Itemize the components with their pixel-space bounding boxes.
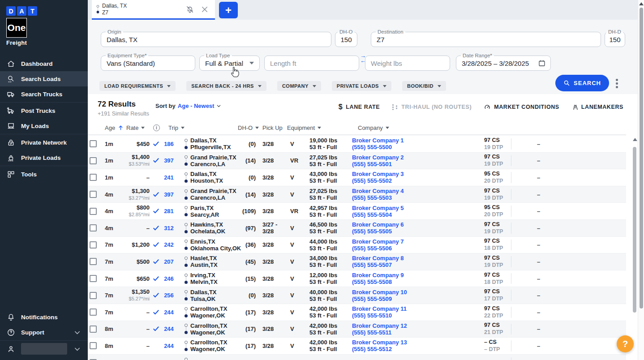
column-header-dho[interactable]: DH-O (238, 124, 259, 131)
company-link[interactable]: Broker Company 12 (352, 322, 484, 329)
trip-link[interactable]: 312 (160, 225, 177, 231)
trip-link[interactable]: 242 (160, 241, 177, 248)
trip-link[interactable]: 207 (160, 258, 177, 265)
search-tab-dallas-z7[interactable]: Dallas, TX Z7 (92, 0, 215, 20)
table-row[interactable]: 1m$1,400$3.53*/mi397Grand Prairie,TXCare… (88, 152, 626, 169)
trip-link[interactable]: 241 (160, 174, 177, 181)
lanemakers-button[interactable]: LANEMAKERS (571, 104, 623, 111)
row-checkbox[interactable] (90, 292, 97, 299)
length-field[interactable] (264, 56, 359, 71)
sidebar-item-support[interactable]: Support (0, 325, 88, 340)
column-header-equipment[interactable]: Equipment (287, 124, 321, 131)
trip-link[interactable]: 397 (160, 157, 177, 164)
sort-control[interactable]: Sort by Age - Newest (155, 103, 221, 109)
table-row[interactable]: 1m–241Dallas,TXHouston,TX(0)3/28V43,000 … (88, 169, 626, 186)
column-header-company[interactable]: Company (358, 124, 389, 131)
phone-link[interactable]: (555) 555-5502 (352, 177, 484, 184)
table-row[interactable]: 7m$1,200242Ennis,TXOklahoma City,OK(36)3… (88, 236, 626, 253)
equipment-type-field[interactable]: Equipment Type* (101, 56, 195, 71)
table-row[interactable]: 7m$650246Irving,TXMelvin,TX(15)3/28V12,0… (88, 270, 626, 287)
filter-chip-search-back-24-hrs[interactable]: SEARCH BACK - 24 HRS (186, 81, 266, 91)
column-header-pickup[interactable]: Pick Up (262, 124, 283, 131)
weight-field[interactable] (365, 56, 450, 71)
column-header-trip[interactable]: Trip (168, 124, 185, 131)
sidebar-item-my-loads[interactable]: My Loads (0, 118, 88, 133)
row-checkbox[interactable] (90, 326, 97, 333)
table-row[interactable]: 7m–244Carrollton,TXWagoner,OK(17)3/28V42… (88, 304, 626, 321)
table-row[interactable]: 4m$1,300$3.27*/mi397Grand Prairie,TXCare… (88, 186, 626, 203)
length-input[interactable] (265, 56, 359, 70)
sidebar-item-search-loads[interactable]: Search Loads (0, 71, 88, 86)
trip-link[interactable]: 186 (160, 141, 177, 147)
trip-link[interactable]: 281 (160, 208, 177, 214)
row-checkbox[interactable] (90, 309, 97, 316)
trip-link[interactable]: 244 (160, 309, 177, 316)
date-range-field[interactable]: Date Range* (456, 56, 551, 71)
company-link[interactable]: Broker Company 11 (352, 305, 484, 312)
company-link[interactable]: Broker Company 13 (352, 339, 484, 346)
dh-o-field[interactable]: DH-O (335, 32, 357, 47)
table-row[interactable]: 7m$1,350$5.27*/mi256Dallas,TXTulsa,OK(0)… (88, 287, 626, 304)
table-row[interactable]: 4m$800$2.85*/mi281Paris,TXSearcy,AR(109)… (88, 202, 626, 219)
sidebar-item-private-network[interactable]: Private Network (0, 135, 88, 150)
help-fab-button[interactable]: ? (617, 335, 634, 352)
table-row[interactable]: 8m–244Carrollton,TXWagoner,OK(17)3/28V42… (88, 321, 626, 338)
dh-d-field[interactable]: DH-D (605, 32, 625, 47)
market-conditions-button[interactable]: MARKET CONDITIONS (484, 103, 559, 111)
close-icon[interactable] (201, 5, 209, 13)
column-header-rate[interactable]: Rate (126, 124, 145, 131)
more-options-icon[interactable] (614, 77, 620, 90)
scrollbar-thumb[interactable] (640, 8, 643, 309)
weight-input[interactable] (365, 56, 450, 70)
notifications-off-icon[interactable] (185, 5, 194, 14)
table-row[interactable]: 1m$450186Dallas,TXPflugerville,TX(0)3/28… (88, 135, 626, 152)
table-row[interactable]: 7m$500207Haslet,TXAustin,TX(45)3/28V34,0… (88, 253, 626, 270)
trip-link[interactable]: 256 (160, 292, 177, 299)
page-scrollbar[interactable] (638, 0, 644, 360)
origin-field[interactable]: Origin (101, 32, 331, 47)
row-checkbox[interactable] (90, 342, 97, 349)
company-link[interactable]: Broker Company 10 (352, 289, 484, 296)
table-row[interactable]: 8m–244Carrollton,TXWagoner,OK(17)3/28V42… (88, 337, 626, 354)
row-checkbox[interactable] (90, 174, 97, 181)
company-link[interactable]: Broker Company 9 (352, 272, 484, 279)
info-icon[interactable]: i (153, 124, 160, 131)
phone-link[interactable]: (555) 555-5509 (352, 296, 484, 302)
row-checkbox[interactable] (90, 208, 97, 215)
phone-link[interactable]: (555) 555-5511 (352, 329, 484, 336)
table-row[interactable]: $700Euless,TX30,000 lbsBroker Company 14… (88, 354, 626, 360)
sidebar-item-notifications[interactable]: Notifications (0, 309, 88, 325)
phone-link[interactable]: (555) 555-5500 (352, 144, 484, 150)
origin-input[interactable] (101, 32, 331, 47)
row-checkbox[interactable] (90, 241, 97, 249)
phone-link[interactable]: (555) 555-5508 (352, 279, 484, 285)
company-link[interactable]: Broker Company 4 (352, 188, 484, 194)
row-checkbox[interactable] (90, 157, 97, 164)
sidebar-item-search-trucks[interactable]: Search Trucks (0, 86, 88, 102)
trip-link[interactable]: 244 (160, 326, 177, 332)
company-link[interactable]: Broker Company 8 (352, 255, 484, 261)
scroll-up-icon[interactable] (633, 138, 637, 141)
table-scrollbar[interactable] (632, 136, 638, 360)
calendar-icon[interactable] (538, 59, 546, 67)
sidebar-item-dashboard[interactable]: Dashboard (0, 56, 88, 71)
sidebar-item-post-trucks[interactable]: Post Trucks (0, 103, 88, 118)
lane-rate-button[interactable]: $ LANE RATE (339, 103, 380, 111)
row-checkbox[interactable] (90, 224, 97, 231)
filter-chip-book-bid[interactable]: BOOK/BID (402, 81, 446, 91)
column-header-age[interactable]: Age (105, 124, 124, 131)
phone-link[interactable]: (555) 555-5512 (352, 346, 484, 352)
phone-link[interactable]: (555) 555-5501 (352, 161, 484, 167)
phone-link[interactable]: (555) 555-5505 (352, 228, 484, 235)
search-button[interactable]: SEARCH (555, 75, 609, 91)
trip-link[interactable]: 397 (160, 191, 177, 198)
scrollbar-thumb[interactable] (633, 147, 636, 313)
scroll-up-icon[interactable] (639, 2, 644, 5)
destination-field[interactable]: Destination (371, 32, 601, 47)
sidebar-item-private-loads[interactable]: Private Loads (0, 150, 88, 165)
destination-input[interactable] (371, 32, 601, 47)
phone-link[interactable]: (555) 555-5503 (352, 194, 484, 201)
row-checkbox[interactable] (90, 275, 97, 282)
filter-chip-company[interactable]: COMPANY (277, 81, 321, 91)
filter-chip-load-requirements[interactable]: LOAD REQUIREMENTS (99, 81, 176, 91)
